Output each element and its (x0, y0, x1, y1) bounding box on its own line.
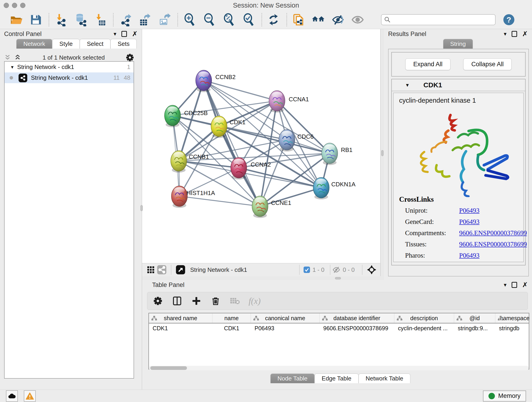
open-session-icon[interactable] (9, 13, 23, 27)
zoom-selected-icon[interactable] (242, 13, 255, 27)
column-header[interactable]: database identifier (320, 313, 394, 323)
protein-description: cyclin-dependent kinase 1 (394, 93, 523, 104)
crosslink-link[interactable]: P06493 (459, 218, 480, 225)
expand-all-button[interactable]: Expand All (405, 58, 451, 70)
float-panel-icon[interactable] (512, 31, 517, 37)
export-table-icon[interactable] (138, 13, 152, 27)
refresh-icon[interactable] (267, 13, 280, 27)
network-collection-row[interactable]: ▾ String Network - cdk1 1 (5, 62, 133, 72)
crosslink-row: Uniprot:P06493 (399, 207, 527, 214)
network-options-gear-icon[interactable] (126, 53, 134, 62)
main-toolbar: ? (0, 11, 532, 29)
table-cell[interactable]: CDK1 (212, 323, 251, 333)
tab-network[interactable]: Network (16, 39, 52, 49)
tab-style[interactable]: Style (52, 39, 80, 49)
network-node[interactable]: CDC25B (165, 105, 208, 127)
fit-selected-crosshair-icon[interactable] (366, 264, 377, 275)
panel-menu-icon[interactable]: ▾ (114, 31, 116, 37)
right-splitter-handle[interactable] (381, 150, 384, 156)
close-panel-icon[interactable]: ✗ (522, 281, 528, 288)
column-header[interactable]: namespace (495, 313, 532, 323)
network-node[interactable]: RB1 (322, 143, 353, 165)
column-header[interactable]: canonical name (251, 313, 320, 323)
column-header[interactable]: @id (454, 313, 495, 323)
column-label: namespace (500, 315, 530, 322)
crosslink-link[interactable]: 9606.ENSP00000378699 (459, 240, 527, 248)
close-panel-icon[interactable]: ✗ (522, 31, 528, 37)
tab-sets[interactable]: Sets (110, 39, 137, 49)
panel-menu-icon[interactable]: ▾ (504, 282, 507, 288)
function-builder-icon[interactable]: f(x) (249, 296, 261, 306)
node-label: CCNB2 (215, 74, 235, 80)
expand-all-icon[interactable] (4, 54, 12, 61)
hidden-eye-icon[interactable] (332, 266, 341, 273)
network-row[interactable]: String Network - cdk1 11 48 (5, 72, 133, 83)
scrollbar-thumb[interactable] (150, 366, 187, 370)
show-all-views-icon[interactable] (311, 13, 325, 27)
create-column-icon[interactable] (191, 295, 202, 306)
import-table-file-icon[interactable] (93, 13, 107, 27)
node-label: RB1 (341, 147, 353, 153)
network-canvas[interactable]: CCNB2CCNA1CDC25BCDK1CDC6RB1CCNB1CCNA2CDK… (142, 29, 380, 263)
table-cell[interactable]: stringdb (495, 323, 532, 333)
close-panel-icon[interactable]: ✗ (132, 31, 138, 37)
shared-column-icon (397, 315, 403, 321)
table-cell[interactable]: cyclin-dependent ... (394, 323, 454, 333)
crosslink-link[interactable]: P06493 (459, 252, 480, 259)
crosslinks-title: CrossLinks (399, 195, 527, 204)
table-horizontal-scrollbar[interactable] (149, 366, 529, 370)
float-panel-icon[interactable] (512, 282, 517, 288)
bottom-splitter-handle[interactable] (335, 277, 341, 279)
table-cell[interactable]: 9606.ENSP00000378699 (320, 323, 394, 333)
export-network-icon[interactable] (118, 13, 132, 27)
table-cell[interactable]: CDK1 (149, 323, 212, 333)
warnings-button[interactable] (24, 390, 36, 402)
table-row[interactable]: CDK1CDK1P064939606.ENSP00000378699cyclin… (149, 323, 529, 333)
network-share-view-icon[interactable] (156, 264, 167, 275)
table-cell[interactable]: stringdb:9... (454, 323, 495, 333)
birdseye-view-icon[interactable] (175, 264, 186, 275)
collection-expand-icon[interactable]: ▾ (11, 64, 13, 70)
memory-button[interactable]: Memory (483, 390, 526, 402)
network-node[interactable]: CCNE1 (252, 196, 291, 218)
cloud-status-button[interactable] (6, 390, 18, 402)
grid-view-icon[interactable] (145, 264, 156, 275)
tab-network-table[interactable]: Network Table (359, 374, 410, 383)
zoom-out-icon[interactable] (202, 13, 216, 27)
delete-column-trash-icon[interactable] (210, 295, 221, 306)
tab-string[interactable]: String (443, 39, 473, 49)
column-header[interactable]: description (394, 313, 454, 323)
float-panel-icon[interactable] (121, 31, 127, 37)
table-settings-gear-icon[interactable] (152, 295, 163, 306)
tab-select[interactable]: Select (80, 39, 110, 49)
crosslink-link[interactable]: P06493 (459, 207, 480, 214)
crosslink-link[interactable]: 9606.ENSP00000378699 (459, 229, 527, 237)
save-session-icon[interactable] (29, 13, 43, 27)
network-node[interactable]: CDKN1A (313, 177, 355, 199)
copy-view-icon[interactable] (292, 13, 305, 27)
zoom-fit-icon[interactable] (222, 13, 236, 27)
delete-table-icon[interactable] (229, 295, 240, 306)
tab-node-table[interactable]: Node Table (270, 374, 315, 383)
collapse-all-icon[interactable] (14, 54, 22, 61)
tab-edge-table[interactable]: Edge Table (315, 374, 359, 383)
section-collapse-icon[interactable]: ▾ (406, 82, 409, 88)
collapse-all-button[interactable]: Collapse All (463, 58, 512, 70)
column-header[interactable]: shared name (149, 313, 212, 323)
column-header[interactable]: name (212, 313, 251, 323)
table-cell[interactable]: P06493 (251, 323, 320, 333)
left-splitter-handle[interactable] (140, 205, 143, 211)
show-view-icon[interactable] (351, 13, 365, 27)
selected-checkbox-icon[interactable] (303, 266, 310, 273)
network-node[interactable]: CCNA1 (269, 90, 309, 113)
hide-view-icon[interactable] (331, 13, 345, 27)
window-title: Session: New Session (0, 2, 532, 9)
show-columns-icon[interactable] (172, 295, 183, 306)
search-input[interactable] (393, 16, 492, 23)
import-network-database-icon[interactable] (74, 13, 87, 27)
export-image-icon[interactable] (158, 13, 171, 27)
help-icon[interactable]: ? (503, 14, 514, 25)
panel-menu-icon[interactable]: ▾ (504, 31, 507, 37)
import-network-file-icon[interactable] (54, 13, 68, 27)
zoom-in-icon[interactable] (183, 13, 196, 27)
